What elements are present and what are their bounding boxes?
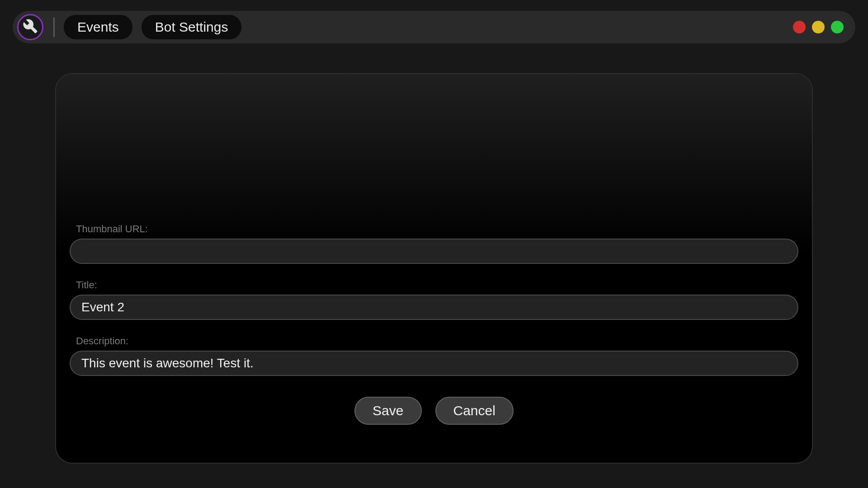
- wrench-icon: [23, 19, 38, 36]
- window-maximize-button[interactable]: [831, 21, 844, 33]
- app-icon[interactable]: [17, 14, 43, 40]
- save-button[interactable]: Save: [354, 397, 421, 425]
- field-thumbnail-url: Thumbnail URL:: [70, 223, 798, 264]
- tab-events[interactable]: Events: [64, 15, 132, 39]
- window-close-button[interactable]: [793, 21, 806, 33]
- titlebar: Events Bot Settings: [13, 11, 855, 43]
- description-label: Description:: [76, 335, 798, 347]
- event-form-card: Thumbnail URL: Title: Description: Save …: [55, 73, 813, 464]
- thumbnail-url-label: Thumbnail URL:: [76, 223, 798, 235]
- tab-list: Events Bot Settings: [64, 15, 241, 39]
- tab-bot-settings[interactable]: Bot Settings: [142, 15, 242, 39]
- field-title: Title:: [70, 279, 798, 320]
- field-description: Description:: [70, 335, 798, 376]
- cancel-button[interactable]: Cancel: [435, 397, 514, 425]
- window-controls: [793, 21, 846, 33]
- title-input[interactable]: [70, 295, 798, 320]
- window-minimize-button[interactable]: [812, 21, 825, 33]
- thumbnail-url-input[interactable]: [70, 239, 798, 264]
- titlebar-separator: [53, 17, 55, 37]
- form-actions: Save Cancel: [70, 397, 798, 425]
- event-form: Thumbnail URL: Title: Description: Save …: [70, 74, 798, 425]
- title-label: Title:: [76, 279, 798, 291]
- description-input[interactable]: [70, 351, 798, 376]
